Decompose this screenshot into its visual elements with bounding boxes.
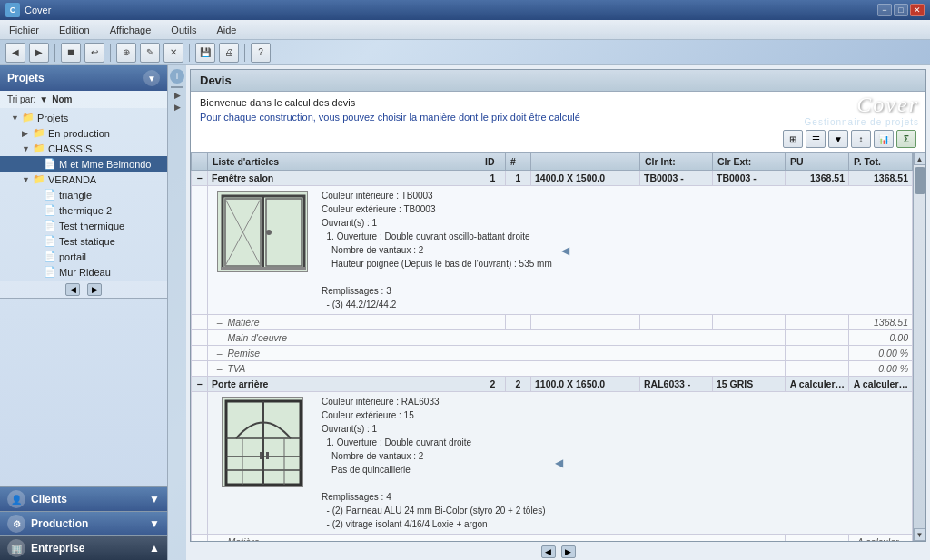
sort-label: Tri par: bbox=[7, 94, 35, 104]
forward-button[interactable]: ▶ bbox=[29, 43, 49, 63]
table-row: – Matière A calculer… bbox=[192, 535, 913, 542]
maximize-button[interactable]: □ bbox=[894, 4, 908, 16]
side-arrow-up[interactable]: ▶ bbox=[174, 91, 181, 100]
tree-thermique2[interactable]: 📄 thermique 2 bbox=[0, 202, 167, 218]
tree-test-thermique-label: Test thermique bbox=[59, 221, 124, 231]
clients-header[interactable]: 👤 Clients ▼ bbox=[0, 487, 167, 511]
tree-projets-label: Projets bbox=[37, 113, 68, 123]
devis-tool-filter[interactable]: ▼ bbox=[828, 130, 848, 148]
th-name[interactable]: Liste d'articles bbox=[208, 153, 480, 171]
detail2-expand bbox=[192, 392, 208, 535]
delete-button[interactable]: ✕ bbox=[163, 43, 183, 63]
tree-test-statique[interactable]: 📄 Test statique bbox=[0, 233, 167, 249]
table-header-row: Liste d'articles ID # Clr Int: Clr Ext: … bbox=[192, 153, 913, 171]
menu-aide[interactable]: Aide bbox=[211, 23, 242, 37]
menu-edition[interactable]: Edition bbox=[54, 23, 95, 37]
print-button[interactable]: 🖨 bbox=[219, 43, 239, 63]
devis-tool-grid[interactable]: ⊞ bbox=[783, 130, 803, 148]
production-header[interactable]: ⚙ Production ▼ bbox=[0, 512, 167, 535]
table-row[interactable]: − Porte arrière 2 2 1100.0 X 1650.0 RAL6… bbox=[192, 377, 913, 392]
th-ptot[interactable]: P. Tot. bbox=[849, 153, 913, 171]
th-clrint[interactable]: Clr Int: bbox=[640, 153, 713, 171]
table-row: – TVA 0.00 % bbox=[192, 361, 913, 377]
th-clrext[interactable]: Clr Ext: bbox=[713, 153, 786, 171]
th-dims bbox=[531, 153, 640, 171]
sidebar-right-btn[interactable]: ▶ bbox=[87, 283, 102, 296]
sub1-id bbox=[480, 315, 506, 330]
window-controls[interactable]: − □ ✕ bbox=[877, 4, 925, 16]
tree-portail[interactable]: 📄 portail bbox=[0, 249, 167, 264]
bottom-nav-right[interactable]: ▶ bbox=[561, 545, 576, 558]
devis-title: Devis bbox=[191, 70, 925, 92]
menu-fichier[interactable]: Fichier bbox=[4, 23, 45, 37]
refresh-button[interactable]: ↩ bbox=[84, 43, 104, 63]
sidebar-spacer bbox=[0, 299, 167, 486]
sub3-label: – Remise bbox=[208, 346, 480, 361]
tree-triangle[interactable]: 📄 triangle bbox=[0, 187, 167, 202]
projets-folder-icon: 📁 bbox=[22, 112, 35, 123]
row2-expand[interactable]: − bbox=[192, 377, 208, 392]
article-nav-arrow[interactable]: ◀ bbox=[557, 186, 575, 314]
side-arrow-down[interactable]: ▶ bbox=[174, 103, 181, 112]
sub5-pu bbox=[786, 535, 849, 542]
table-row: – Matière 1368.51 bbox=[192, 315, 913, 330]
side-icon-info[interactable]: i bbox=[170, 69, 184, 84]
edit-button[interactable]: ✎ bbox=[140, 43, 160, 63]
tree-mur-rideau[interactable]: 📄 Mur Rideau bbox=[0, 264, 167, 280]
th-num[interactable]: # bbox=[506, 153, 531, 171]
devis-table-container[interactable]: Liste d'articles ID # Clr Int: Clr Ext: … bbox=[191, 152, 913, 541]
tree-en-production[interactable]: ▶ 📁 En production bbox=[0, 125, 167, 141]
tree-belmondo[interactable]: 📄 M et Mme Belmondo bbox=[0, 156, 167, 172]
en-production-expand: ▶ bbox=[22, 129, 33, 138]
table-row[interactable]: − Fenêtre salon 1 1 1400.0 X 1500.0 TB00… bbox=[192, 171, 913, 186]
table-row: – Main d'oeuvre 0.00 bbox=[192, 330, 913, 346]
toolbar: ◀ ▶ ⏹ ↩ ⊕ ✎ ✕ 💾 🖨 ? bbox=[0, 40, 930, 65]
minimize-button[interactable]: − bbox=[877, 4, 892, 16]
scroll-thumb[interactable] bbox=[915, 167, 925, 194]
devis-tool-columns[interactable]: ☰ bbox=[806, 130, 826, 148]
scroll-down-button[interactable]: ▼ bbox=[914, 528, 926, 541]
devis-tool-sigma[interactable]: Σ bbox=[896, 130, 916, 148]
sort-value: Nom bbox=[52, 94, 72, 104]
stop-button[interactable]: ⏹ bbox=[61, 43, 81, 63]
cover-title: Cover bbox=[805, 93, 919, 117]
sub5-ptot: A calculer… bbox=[849, 535, 913, 542]
sub5-empty bbox=[480, 535, 786, 542]
tree-chassis[interactable]: ▼ 📁 CHASSIS bbox=[0, 141, 167, 156]
belmondo-doc-icon: 📄 bbox=[44, 158, 56, 170]
close-button[interactable]: ✕ bbox=[910, 4, 925, 16]
detail2-content: Couleur intérieure : RAL6033 Couleur ext… bbox=[208, 392, 913, 535]
help-button[interactable]: ? bbox=[251, 43, 271, 63]
devis-tool-chart[interactable]: 📊 bbox=[874, 130, 894, 148]
tree-projets[interactable]: ▼ 📁 Projets bbox=[0, 110, 167, 125]
article2-nav-arrow[interactable]: ◀ bbox=[550, 392, 569, 534]
back-button[interactable]: ◀ bbox=[5, 43, 25, 63]
sidebar-left-btn[interactable]: ◀ bbox=[65, 283, 80, 296]
menu-outils[interactable]: Outils bbox=[165, 23, 202, 37]
sub4-empty bbox=[480, 361, 786, 377]
tree-test-thermique[interactable]: 📄 Test thermique bbox=[0, 218, 167, 233]
th-expand bbox=[192, 153, 208, 171]
window-svg bbox=[217, 191, 308, 272]
sub1-label: – Matière bbox=[208, 315, 480, 330]
sub2-pu bbox=[786, 330, 849, 346]
menu-affichage[interactable]: Affichage bbox=[104, 23, 157, 37]
scroll-track[interactable] bbox=[914, 165, 925, 528]
tree-veranda[interactable]: ▼ 📁 VERANDA bbox=[0, 172, 167, 187]
mur-rideau-expand bbox=[33, 268, 44, 277]
bottom-nav-left[interactable]: ◀ bbox=[541, 545, 556, 558]
table-row-detail: Couleur intérieure : RAL6033 Couleur ext… bbox=[192, 392, 913, 535]
th-pu[interactable]: PU bbox=[786, 153, 849, 171]
row1-expand[interactable]: − bbox=[192, 171, 208, 186]
vertical-scrollbar[interactable]: ▲ ▼ bbox=[913, 152, 925, 541]
projects-header[interactable]: Projets ▼ bbox=[0, 65, 167, 91]
cover-subtitle: Gestionnaire de projets bbox=[805, 117, 919, 127]
row2-clrext: 15 GRIS bbox=[713, 377, 786, 392]
scroll-up-button[interactable]: ▲ bbox=[914, 152, 926, 165]
sub1-clrint bbox=[640, 315, 713, 330]
save-button[interactable]: 💾 bbox=[195, 43, 215, 63]
th-id[interactable]: ID bbox=[480, 153, 506, 171]
entreprise-header[interactable]: 🏢 Entreprise ▲ bbox=[0, 536, 167, 560]
new-button[interactable]: ⊕ bbox=[116, 43, 136, 63]
devis-tool-sort[interactable]: ↕ bbox=[851, 130, 871, 148]
